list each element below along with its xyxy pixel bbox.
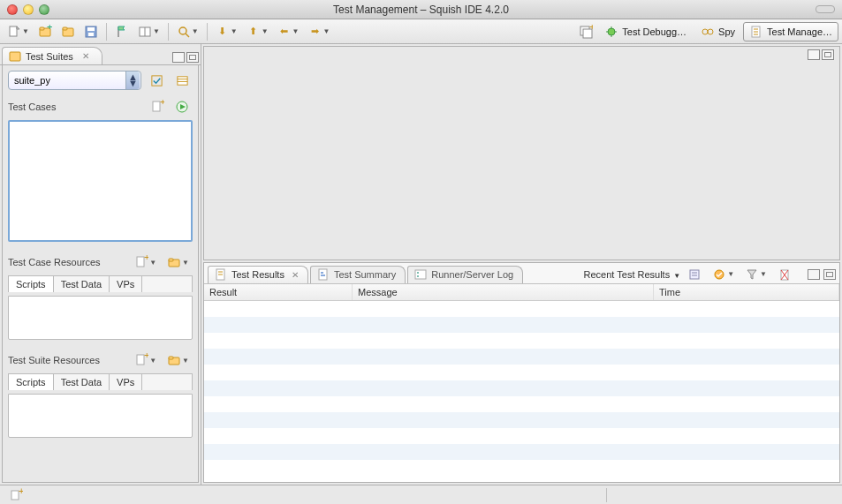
svg-rect-29 [152,75,162,85]
main-area: Test Suites ✕ ▲▼ Test Cases [0,44,842,485]
open-suite-button[interactable] [57,22,79,41]
svg-text:+: + [160,100,164,107]
delete-result-icon[interactable] [774,265,795,284]
minimize-window-button[interactable] [23,4,34,15]
label: Spy [718,26,735,37]
nav-down-button[interactable]: ⬇▼ [212,22,241,41]
svg-rect-0 [10,26,17,36]
svg-rect-30 [178,76,187,84]
statusbar: + [0,485,842,504]
svg-point-16 [608,28,615,35]
results-maximize-button[interactable] [823,269,836,280]
suite-select[interactable] [8,71,141,90]
new-ts-resource-icon[interactable]: +▼ [131,350,160,370]
log-icon [413,267,428,282]
new-tc-resource-icon[interactable]: +▼ [131,252,160,272]
tab-test-summary[interactable]: Test Summary [310,266,406,283]
test-cases-list[interactable] [8,120,193,242]
clear-button[interactable]: ▼ [709,265,738,284]
nav-up-button[interactable]: ⬆▼ [243,22,272,41]
main-toolbar: ▼ + ▼ ▼ ⬇▼ ⬆▼ ⬅▼ ➡▼ + Test Debugg… Spy T… [0,19,842,44]
perspective-test-manage[interactable]: Test Manage… [743,22,838,41]
col-result[interactable]: Result [204,284,353,300]
tab-test-results[interactable]: Test Results ✕ [208,266,308,283]
editor-minimize-button[interactable] [808,49,820,60]
tab-scripts-tc[interactable]: Scripts [9,276,54,292]
zoom-window-button[interactable] [39,4,49,15]
filter-button[interactable]: ▼ [741,265,770,284]
suite-icon [8,49,22,64]
tab-testdata-tc[interactable]: Test Data [54,276,110,292]
window-title: Test Management – Squish IDE 4.2.0 [0,4,842,16]
run-tests-icon[interactable] [171,97,193,117]
tc-resource-tabs: Scripts Test Data VPs [8,275,193,292]
svg-text:+: + [589,25,593,32]
label: Test Debugg… [622,26,686,37]
results-rows [204,301,839,476]
test-suites-tabbar: Test Suites ✕ [0,44,201,65]
col-message[interactable]: Message [353,284,654,300]
svg-rect-33 [153,102,160,111]
results-icon [214,267,228,282]
tab-testdata-ts[interactable]: Test Data [54,374,110,390]
layout-button[interactable]: ▼ [134,22,163,41]
configure-suite-icon[interactable] [147,71,167,90]
editor-area [203,46,840,260]
results-minimize-button[interactable] [808,269,820,280]
svg-point-52 [417,272,419,274]
bottom-tabbar: Test Results ✕ Test Summary Runner/Serve… [204,263,839,284]
flag-button[interactable] [111,22,133,41]
svg-text:+: + [144,353,148,360]
nav-back-button[interactable]: ⬅▼ [274,22,303,41]
titlebar: Test Management – Squish IDE 4.2.0 [0,0,842,19]
grid-suite-icon[interactable] [172,71,193,90]
svg-point-11 [179,27,186,34]
status-launcher-icon[interactable]: + [5,487,27,503]
recent-results-dropdown[interactable]: Recent Test Results ▼ [584,269,681,280]
new-suite-button[interactable]: + [34,22,56,41]
tab-scripts-ts[interactable]: Scripts [9,374,54,390]
label: Test Manage… [767,26,832,37]
tc-resources-list[interactable] [8,296,193,340]
col-time[interactable]: Time [654,284,839,300]
perspective-test-debug[interactable]: Test Debugg… [598,22,693,41]
close-icon[interactable]: ✕ [292,270,299,280]
open-tc-folder-icon[interactable]: ▼ [163,252,193,272]
svg-rect-41 [137,355,144,365]
close-icon[interactable]: ✕ [82,51,89,61]
svg-point-21 [702,29,708,34]
label: Runner/Server Log [431,269,513,280]
tab-vps-ts[interactable]: VPs [110,374,142,390]
left-sidebar: Test Suites ✕ ▲▼ Test Cases [0,44,201,485]
new-test-case-icon[interactable]: + [147,97,168,117]
ts-resources-label: Test Suite Resources [8,355,100,365]
traffic-lights [7,4,49,15]
perspective-spy[interactable]: Spy [694,22,741,41]
tc-resources-label: Test Case Resources [8,257,101,267]
svg-text:+: + [144,255,148,262]
search-button[interactable]: ▼ [173,22,202,41]
svg-rect-44 [169,357,173,359]
test-cases-label: Test Cases [8,102,56,112]
close-window-button[interactable] [7,4,18,15]
maximize-view-button[interactable] [186,52,199,63]
tab-runner-log[interactable]: Runner/Server Log [407,266,523,283]
summary-icon [316,267,330,282]
open-ts-folder-icon[interactable]: ▼ [163,350,193,370]
svg-rect-37 [137,257,144,267]
svg-rect-28 [10,52,20,61]
save-button[interactable] [80,22,102,41]
tab-test-suites[interactable]: Test Suites ✕ [2,47,102,64]
editor-maximize-button[interactable] [822,49,834,60]
report-button[interactable] [684,265,705,284]
new-button[interactable]: ▼ [4,22,33,41]
tab-vps-tc[interactable]: VPs [110,276,142,292]
svg-rect-54 [690,270,699,279]
ts-resources-list[interactable] [8,394,193,438]
open-perspective-button[interactable]: + [575,22,596,41]
nav-forward-button[interactable]: ➡▼ [305,22,334,41]
suite-select-wrap: ▲▼ [8,71,141,90]
minimize-view-button[interactable] [172,52,185,63]
titlebar-pill [815,5,835,13]
svg-rect-2 [40,27,44,30]
